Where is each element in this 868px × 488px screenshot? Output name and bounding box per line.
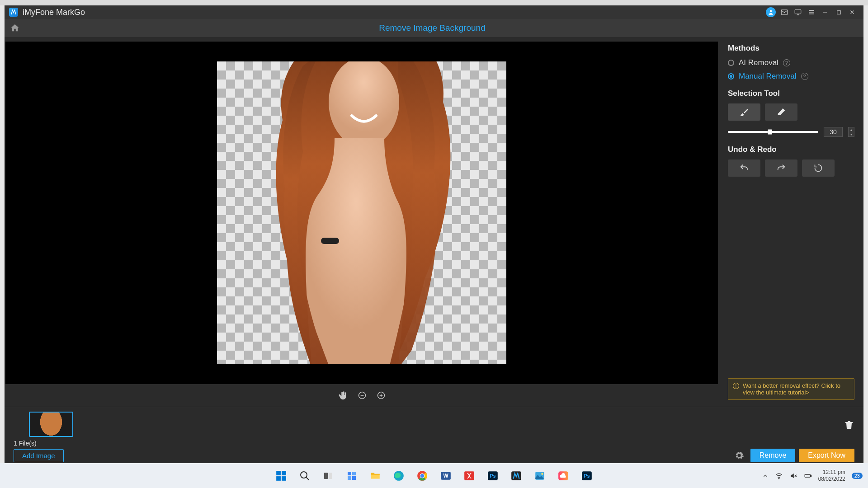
brush-size-input[interactable] <box>824 127 843 137</box>
menu-button[interactable] <box>805 5 818 19</box>
widgets-button[interactable] <box>343 467 361 485</box>
undo-button[interactable] <box>728 160 760 177</box>
minimize-button[interactable] <box>818 5 832 19</box>
zoom-in-icon <box>377 391 386 400</box>
zoom-out-button[interactable] <box>358 391 367 400</box>
maximize-button[interactable] <box>832 5 845 19</box>
svg-rect-13 <box>324 473 328 479</box>
edge-icon <box>393 470 405 482</box>
add-image-button[interactable]: Add Image <box>14 449 64 462</box>
selection-tool-heading: Selection Tool <box>728 89 854 98</box>
image-canvas[interactable] <box>5 42 718 384</box>
task-view-button[interactable] <box>319 467 337 485</box>
markgo-icon <box>510 470 522 482</box>
word-app[interactable]: W <box>437 467 455 485</box>
app-title: iMyFone MarkGo <box>23 8 85 17</box>
chevron-up-icon[interactable] <box>762 473 769 479</box>
photoshop-app[interactable]: Ps <box>484 467 502 485</box>
pan-tool[interactable] <box>338 390 348 400</box>
acrobat-icon <box>463 470 475 482</box>
settings-button[interactable] <box>734 450 744 460</box>
reset-icon <box>814 164 823 173</box>
remove-button[interactable]: Remove <box>750 449 796 462</box>
notification-badge[interactable]: 23 <box>852 473 863 479</box>
svg-rect-9 <box>282 471 286 475</box>
clock-date: 08/02/2022 <box>818 476 845 482</box>
hand-icon <box>338 390 348 400</box>
wifi-icon[interactable] <box>775 472 783 480</box>
canvas-controls <box>5 384 719 407</box>
account-button[interactable] <box>764 5 778 19</box>
brush-size-stepper[interactable]: ▲▼ <box>848 127 854 137</box>
svg-text:W: W <box>443 473 448 479</box>
eraser-tool[interactable] <box>765 103 797 121</box>
transparent-background <box>217 61 506 364</box>
volume-muted-icon[interactable] <box>789 472 797 480</box>
task-view-icon <box>323 470 334 481</box>
svg-point-12 <box>301 472 307 478</box>
svg-rect-3 <box>837 10 840 14</box>
search-button[interactable] <box>296 467 314 485</box>
method-label: Manual Removal <box>739 72 797 81</box>
menu-icon <box>807 8 816 16</box>
photos-app[interactable] <box>531 467 549 485</box>
slider-thumb[interactable] <box>768 129 772 135</box>
chrome-browser[interactable] <box>413 467 431 485</box>
bottom-panel: 1 File(s) Add Image Remove Export Now <box>5 407 863 463</box>
svg-rect-2 <box>795 9 801 14</box>
page-title: Remove Image Background <box>6 23 858 33</box>
minimize-icon <box>822 9 828 15</box>
method-ai-removal[interactable]: AI Removal ? <box>728 58 854 67</box>
feedback-icon <box>794 8 802 16</box>
method-label: AI Removal <box>739 58 778 67</box>
word-icon: W <box>440 470 452 482</box>
svg-rect-14 <box>329 473 332 479</box>
taskbar-clock[interactable]: 12:11 pm 08/02/2022 <box>818 469 845 482</box>
help-icon[interactable]: ? <box>783 59 790 66</box>
zoom-in-button[interactable] <box>377 391 386 400</box>
redo-button[interactable] <box>765 160 797 177</box>
brush-size-slider[interactable] <box>728 131 818 133</box>
titlebar: iMyFone MarkGo <box>5 5 863 19</box>
windows-taskbar: W Ps Ps 12:11 pm 08/02/2022 23 <box>0 463 868 488</box>
reset-button[interactable] <box>802 160 835 177</box>
tutorial-tip[interactable]: ! Want a better removal effect? Click to… <box>728 378 854 400</box>
right-sidebar: Methods AI Removal ? Manual Removal ? Se… <box>719 37 863 407</box>
svg-rect-8 <box>276 471 281 475</box>
image-thumbnail[interactable] <box>29 412 73 437</box>
thumbnail-row <box>14 412 854 437</box>
svg-point-32 <box>541 473 543 474</box>
chrome-icon <box>416 470 428 482</box>
photoshop-icon: Ps <box>487 470 499 482</box>
action-row: Add Image Remove Export Now <box>14 449 854 462</box>
start-button[interactable] <box>272 467 290 485</box>
app-window: iMyFone MarkGo Remove Image B <box>5 5 863 463</box>
step-up-icon[interactable]: ▲ <box>849 127 854 132</box>
brush-tool[interactable] <box>728 103 760 121</box>
maximize-icon <box>836 9 842 15</box>
inbox-button[interactable] <box>778 5 791 19</box>
photoshop-2-app[interactable]: Ps <box>578 467 596 485</box>
close-button[interactable] <box>845 5 859 19</box>
delete-button[interactable] <box>844 412 854 431</box>
taskbar-center: W Ps Ps <box>272 467 596 485</box>
help-icon[interactable]: ? <box>801 73 808 80</box>
canvas-column <box>5 37 719 407</box>
method-manual-removal[interactable]: Manual Removal ? <box>728 72 854 81</box>
svg-rect-1 <box>781 10 788 15</box>
acrobat-app[interactable] <box>460 467 478 485</box>
step-down-icon[interactable]: ▼ <box>849 132 854 136</box>
feedback-button[interactable] <box>791 5 805 19</box>
markgo-taskbar[interactable] <box>507 467 525 485</box>
file-explorer[interactable] <box>366 467 384 485</box>
system-tray: 12:11 pm 08/02/2022 23 <box>762 469 863 482</box>
edge-browser[interactable] <box>390 467 408 485</box>
eraser-icon <box>776 107 786 117</box>
export-now-button[interactable]: Export Now <box>799 449 854 462</box>
svg-rect-38 <box>811 475 811 476</box>
battery-icon[interactable] <box>804 472 812 480</box>
undo-redo-heading: Undo & Redo <box>728 145 854 154</box>
creative-cloud[interactable] <box>554 467 572 485</box>
radio-icon <box>728 60 734 66</box>
brush-size-row: ▲▼ <box>728 127 854 137</box>
